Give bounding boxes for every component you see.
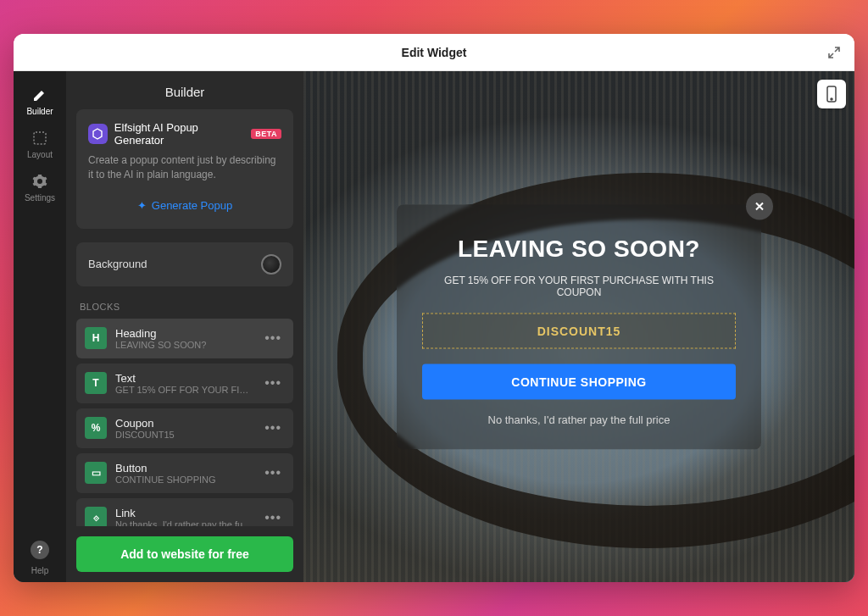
background-swatch <box>261 254 281 275</box>
builder-sidebar: Builder Elfsight AI Popup Generator BETA… <box>66 71 303 582</box>
svg-point-2 <box>831 98 832 100</box>
block-sub: GET 15% OFF FOR YOUR FIRST... <box>115 385 253 395</box>
block-button[interactable]: ▭ Button CONTINUE SHOPPING ••• <box>76 453 293 493</box>
blocks-section-label: BLOCKS <box>76 302 293 319</box>
main-area: Builder Layout Settings ? Help Builder <box>14 71 854 582</box>
help-icon: ? <box>31 541 49 559</box>
mobile-icon <box>825 86 838 103</box>
mobile-preview-button[interactable] <box>817 80 846 108</box>
svg-rect-0 <box>34 132 46 144</box>
block-sub: DISCOUNT15 <box>115 430 253 440</box>
layout-icon <box>31 130 48 147</box>
popup-coupon[interactable]: DISCOUNT15 <box>422 313 736 348</box>
nav-label: Help <box>31 566 49 575</box>
link-icon: ⟐ <box>85 507 107 526</box>
more-icon[interactable]: ••• <box>261 465 285 480</box>
nav-help[interactable]: ? Help <box>20 534 59 582</box>
popup-cta-button[interactable]: CONTINUE SHOPPING <box>422 363 736 399</box>
nav-label: Builder <box>26 107 53 116</box>
block-title: Heading <box>115 327 253 340</box>
nav-layout[interactable]: Layout <box>20 123 59 166</box>
add-to-website-button[interactable]: Add to website for free <box>76 536 293 572</box>
gear-icon <box>31 173 48 190</box>
more-icon[interactable]: ••• <box>261 330 285 346</box>
ai-generator-card: Elfsight AI Popup Generator BETA Create … <box>76 109 293 229</box>
beta-badge: BETA <box>251 129 281 139</box>
block-sub: No thanks, I'd rather pay the fu... <box>115 519 253 526</box>
window-title: Edit Widget <box>402 46 467 59</box>
sidebar-scroll[interactable]: Elfsight AI Popup Generator BETA Create … <box>66 109 303 526</box>
generate-label: Generate Popup <box>152 199 232 212</box>
block-sub: CONTINUE SHOPPING <box>115 474 253 485</box>
text-icon: T <box>85 372 107 394</box>
block-link[interactable]: ⟐ Link No thanks, I'd rather pay the fu.… <box>76 498 293 526</box>
more-icon[interactable]: ••• <box>261 510 285 525</box>
block-text[interactable]: T Text GET 15% OFF FOR YOUR FIRST... ••• <box>76 363 293 403</box>
popup-heading: LEAVING SO SOON? <box>422 235 736 262</box>
expand-window-button[interactable] <box>824 42 844 63</box>
preview-canvas: LEAVING SO SOON? GET 15% OFF FOR YOUR FI… <box>303 71 854 582</box>
block-title: Text <box>115 372 253 385</box>
nav-label: Settings <box>25 193 55 203</box>
ai-title: Elfsight AI Popup Generator <box>114 121 244 147</box>
more-icon[interactable]: ••• <box>261 420 285 436</box>
block-title: Coupon <box>115 417 253 430</box>
nav-label: Layout <box>27 150 53 159</box>
popup-preview: LEAVING SO SOON? GET 15% OFF FOR YOUR FI… <box>397 204 761 449</box>
heading-icon: H <box>85 327 107 349</box>
block-title: Link <box>115 507 253 519</box>
button-icon: ▭ <box>85 462 107 484</box>
background-label: Background <box>88 258 147 270</box>
sidebar-title: Builder <box>66 71 303 109</box>
block-title: Button <box>115 462 253 474</box>
background-row[interactable]: Background <box>76 242 293 286</box>
more-icon[interactable]: ••• <box>261 375 285 391</box>
popup-close-button[interactable] <box>746 192 773 219</box>
sparkle-icon: ✦ <box>137 199 147 212</box>
popup-decline-link[interactable]: No thanks, I'd rather pay the full price <box>422 413 736 425</box>
titlebar: Edit Widget <box>14 34 854 71</box>
sidebar-footer: Add to website for free <box>66 526 303 582</box>
ai-desc: Create a popup content just by describin… <box>88 153 281 182</box>
block-coupon[interactable]: % Coupon DISCOUNT15 ••• <box>76 408 293 448</box>
pencil-icon <box>31 86 48 103</box>
editor-window: Edit Widget Builder Layout Settings ? He… <box>14 34 854 582</box>
popup-subtext: GET 15% OFF FOR YOUR FIRST PURCHASE WITH… <box>422 274 736 297</box>
block-heading[interactable]: H Heading LEAVING SO SOON? ••• <box>76 319 293 358</box>
ai-logo-icon <box>88 124 108 144</box>
close-icon <box>754 201 765 211</box>
left-nav: Builder Layout Settings ? Help <box>14 71 66 582</box>
coupon-icon: % <box>85 417 107 439</box>
generate-popup-button[interactable]: ✦ Generate Popup <box>88 194 281 217</box>
nav-builder[interactable]: Builder <box>20 80 59 123</box>
block-sub: LEAVING SO SOON? <box>115 340 253 350</box>
nav-settings[interactable]: Settings <box>20 166 59 209</box>
